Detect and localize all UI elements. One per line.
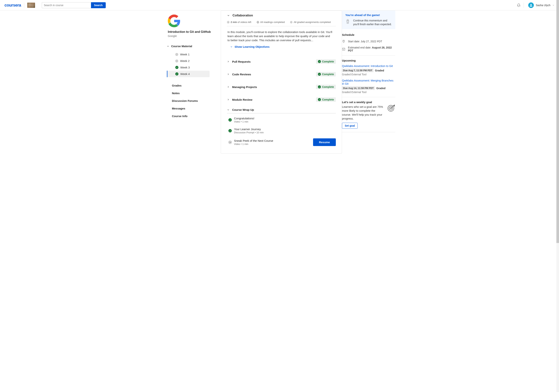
check-icon	[318, 98, 321, 101]
chevron-right-icon	[227, 73, 230, 75]
container: Introduction to Git and GitHub Google Co…	[159, 10, 400, 154]
sidebar-item-week-3[interactable]: Week 3	[168, 64, 221, 71]
check-icon	[175, 72, 178, 75]
stat-readings: All readings completed	[257, 21, 285, 24]
start-date: Start date: July 27, 2022 PDT	[348, 40, 382, 43]
right-sidebar: You're ahead of the game! Continue this …	[342, 10, 400, 154]
divider	[342, 55, 395, 56]
section-pull-requests[interactable]: Pull Requests Complete	[227, 55, 336, 68]
scrollbar-thumb[interactable]	[556, 0, 559, 154]
google-logo	[168, 15, 180, 27]
start-date-row: Start date: July 27, 2022 PDT	[342, 39, 395, 43]
week-label: Week 3	[180, 66, 190, 69]
section-module-review[interactable]: Module Review Complete	[227, 93, 336, 106]
goal-section: Let's set a weekly goal Learners who set…	[342, 101, 395, 129]
resume-button[interactable]: Resume	[313, 138, 336, 146]
section-list: Pull Requests Complete Code Reviews Comp…	[221, 53, 342, 153]
nav-notes[interactable]: Notes	[168, 89, 221, 97]
nav-forums[interactable]: Discussion Forums	[168, 97, 221, 105]
check-icon	[318, 60, 321, 63]
calendar-icon	[342, 47, 345, 51]
lesson-congratulations[interactable]: Congratulations! Video • 1 min	[227, 114, 336, 125]
complete-badge: Complete	[316, 85, 336, 89]
tool-label: Graded External Tool	[342, 73, 395, 76]
course-material-toggle[interactable]: Course Material	[167, 45, 221, 48]
header: coursera Search Sasha Ulych	[0, 0, 559, 10]
lesson-learner-journey[interactable]: Your Learner Journey Discussion Prompt •…	[227, 125, 336, 136]
show-objectives-button[interactable]: Show Learning Objectives	[227, 42, 332, 53]
module-title: Collaboration	[233, 14, 253, 17]
sidebar: Introduction to Git and GitHub Google Co…	[159, 10, 221, 154]
svg-point-12	[344, 49, 344, 50]
lesson-sneak-peek[interactable]: Sneak Peek of the Next Course Video • 1 …	[227, 136, 336, 148]
chevron-down-icon	[227, 109, 230, 111]
section-code-reviews[interactable]: Code Reviews Complete	[227, 68, 336, 81]
module-header: Collaboration 2 min of videos left All r…	[221, 11, 342, 26]
sidebar-item-week-1[interactable]: Week 1	[168, 51, 221, 58]
search-wrap: Search	[42, 2, 106, 8]
play-icon	[227, 21, 230, 24]
coursera-logo[interactable]: coursera	[4, 3, 21, 8]
header-divider-2	[523, 3, 524, 8]
section-title: Managing Projects	[232, 85, 257, 89]
stat-readings-text: All readings completed	[260, 21, 285, 24]
play-icon	[228, 141, 232, 144]
nav-courseinfo[interactable]: Course Info	[168, 112, 221, 120]
section-label: Course Material	[171, 45, 192, 48]
nav-messages[interactable]: Messages	[168, 105, 221, 112]
check-icon	[318, 73, 321, 76]
show-objectives-label: Show Learning Objectives	[234, 45, 270, 49]
notifications-button[interactable]	[517, 3, 521, 7]
ahead-title: You're ahead of the game!	[345, 13, 392, 17]
org-thumbnail[interactable]	[27, 3, 35, 8]
upcoming-title: Upcoming	[342, 59, 395, 62]
svg-rect-10	[342, 48, 345, 51]
goal-title: Let's set a weekly goal	[342, 101, 385, 104]
status-dot-icon	[175, 53, 178, 56]
sidebar-item-week-4[interactable]: Week 4	[168, 71, 210, 77]
svg-point-9	[343, 41, 344, 41]
scrollbar[interactable]	[556, 0, 559, 154]
lesson-meta: Video • 1 min	[234, 143, 311, 145]
lesson-meta: Discussion Prompt • 10 min	[234, 131, 336, 134]
main-content: Collaboration 2 min of videos left All r…	[221, 10, 342, 154]
stat-assignments: All graded assignments completed	[290, 21, 331, 24]
course-provider: Google	[168, 34, 221, 37]
ahead-box: You're ahead of the game! Continue this …	[342, 10, 395, 29]
svg-point-8	[347, 20, 348, 21]
search-input[interactable]	[42, 2, 91, 8]
nav-grades[interactable]: Grades	[168, 82, 221, 89]
upcoming-item-1: Qwiklabs Assessment: Introduction to Git…	[342, 64, 395, 76]
user-name: Sasha Ulych	[536, 4, 550, 7]
wrapup-toggle[interactable]: Course Wrap Up	[227, 106, 336, 113]
search-button[interactable]: Search	[91, 2, 106, 8]
user-menu[interactable]: Sasha Ulych	[528, 2, 555, 8]
module-description: In this module, you'll continue to explo…	[221, 26, 342, 42]
lesson-title: Sneak Peek of the Next Course	[234, 139, 311, 142]
check-icon	[228, 118, 232, 121]
set-goal-button[interactable]: Set goal	[342, 123, 358, 129]
svg-marker-7	[230, 142, 231, 143]
chevron-down-icon	[227, 14, 230, 17]
due-badge: Due Aug 7, 11:59 PM PDT	[342, 69, 373, 72]
status-dot-icon	[175, 59, 178, 63]
badge-icon	[290, 21, 293, 24]
module-title-row[interactable]: Collaboration	[227, 14, 336, 17]
lesson-meta: Video • 1 min	[234, 120, 336, 123]
chevron-right-icon	[227, 60, 230, 63]
section-title: Pull Requests	[232, 60, 251, 63]
complete-badge: Complete	[316, 97, 336, 102]
course-title: Introduction to Git and GitHub	[168, 30, 221, 34]
week-list: Week 1 Week 2 Week 3 Week 4	[168, 51, 221, 77]
svg-point-5	[291, 22, 292, 23]
upcoming-link[interactable]: Qwiklabs Assessment: Introduction to Git	[342, 64, 395, 67]
section-managing-projects[interactable]: Managing Projects Complete	[227, 81, 336, 93]
end-date-row: Estimated end date: August 28, 2022 PDT	[342, 46, 395, 52]
svg-marker-1	[228, 22, 229, 23]
svg-point-4	[290, 21, 292, 23]
graded-label: Graded	[375, 69, 384, 72]
stat-videos: 2 min of videos left	[227, 21, 251, 24]
avatar	[528, 2, 534, 8]
upcoming-link[interactable]: Qwiklabs Assessment: Merging Branches in…	[342, 79, 395, 85]
sidebar-item-week-2[interactable]: Week 2	[168, 58, 221, 64]
